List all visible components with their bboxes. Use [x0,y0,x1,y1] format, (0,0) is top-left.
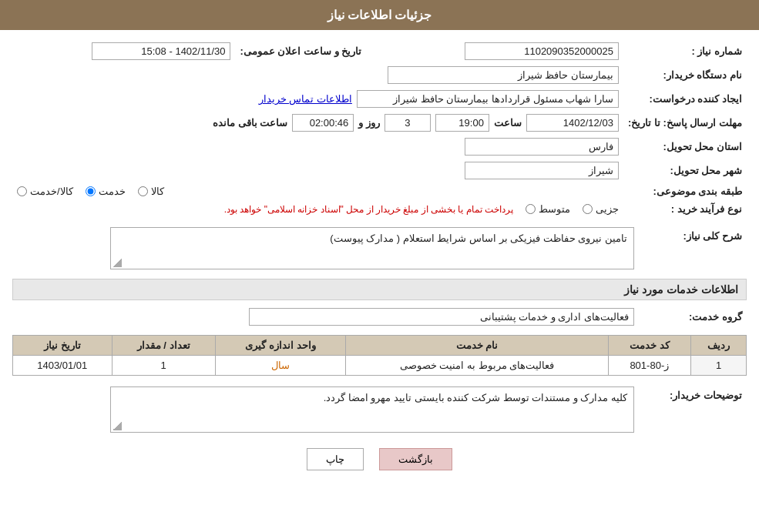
buyer-desc-resize-handle[interactable] [113,421,122,430]
buyer-name-value-cell: بیمارستان حافظ شیراز [12,63,623,87]
response-date-value: 1402/12/03 [526,114,619,132]
delivery-province-value-cell: فارس [12,135,623,159]
announce-date-value-cell: 1402/11/30 - 15:08 [12,39,235,63]
page-title: جزئیات اطلاعات نیاز [327,8,432,22]
buyer-desc-box: کلیه مدارک و مستندات توسط شرکت کننده بای… [110,386,634,433]
need-description-box: تامین نیروی حفاظت فیزیکی بر اساس شرایط ا… [110,227,634,269]
category-options-cell: کالا/خدمت خدمت کالا [12,182,623,200]
services-table: ردیف کد خدمت نام خدمت واحد اندازه گیری ت… [12,335,747,376]
category-khedmat-label: خدمت [99,186,126,197]
creator-value-cell: سارا شهاب مسئول قراردادها بیمارستان حافظ… [12,87,623,111]
page-wrapper: جزئیات اطلاعات نیاز شماره نیاز : 1102090… [0,0,759,532]
category-kala-khedmat-label: کالا/خدمت [30,186,73,197]
procurement-jozi-label: جزیی [596,203,619,215]
service-group-value-cell: فعالیت‌های اداری و خدمات پشتیبانی [12,305,639,329]
col-unit: واحد اندازه گیری [215,336,345,356]
buyer-desc-table: توضیحات خریدار: کلیه مدارک و مستندات توس… [12,383,747,436]
table-cell: 1 [691,356,747,376]
remaining-time-value: 02:00:46 [292,114,354,132]
response-deadline-value-cell: 1402/12/03 ساعت 19:00 3 روز و 02:00:46 س… [12,111,623,135]
delivery-city-value: شیراز [465,162,619,179]
procurement-type-label: نوع فرآیند خرید : [623,200,747,218]
procurement-jozi[interactable]: جزیی [583,203,619,215]
procurement-type-cell: پرداخت تمام یا بخشی از مبلغ خریدار از مح… [12,200,623,218]
table-cell: 1 [112,356,215,376]
table-cell: ز-80-801 [608,356,690,376]
col-service-code: کد خدمت [608,336,690,356]
buyer-name-label: نام دستگاه خریدار: [623,63,747,87]
table-cell: سال [215,356,345,376]
category-kala[interactable]: کالا [138,186,164,197]
col-service-name: نام خدمت [346,336,608,356]
remaining-days-value: 3 [385,114,431,132]
procurement-motevaset-label: متوسط [539,203,570,215]
category-kala-khedmat-radio[interactable] [17,186,27,196]
need-description-table: شرح کلی نیاز: تامین نیروی حفاظت فیزیکی ب… [12,224,747,273]
back-button[interactable]: بازگشت [379,448,452,470]
category-label: طبقه بندی موضوعی: [623,182,747,200]
main-content: شماره نیاز : 1102090352000025 تاریخ و سا… [0,30,759,492]
info-table-top: شماره نیاز : 1102090352000025 تاریخ و سا… [12,39,747,218]
need-number-value-cell: 1102090352000025 [377,39,623,63]
need-description-label: شرح کلی نیاز: [639,224,747,273]
category-kala-khedmat[interactable]: کالا/خدمت [17,186,73,197]
service-group-label: گروه خدمت: [639,305,747,329]
response-time-value: 19:00 [435,114,489,132]
need-number-label: شماره نیاز : [623,39,747,63]
announce-date-value: 1402/11/30 - 15:08 [92,42,230,60]
category-kala-radio[interactable] [138,186,148,196]
remaining-days-label: روز و [358,117,380,129]
procurement-motevaset[interactable]: متوسط [526,203,570,215]
creator-link[interactable]: اطلاعات تماس خریدار [259,93,352,105]
procurement-jozi-radio[interactable] [583,204,593,214]
service-group-table: گروه خدمت: فعالیت‌های اداری و خدمات پشتی… [12,305,747,329]
delivery-city-label: شهر محل تحویل: [623,159,747,182]
resize-handle[interactable] [113,258,122,267]
table-cell: فعالیت‌های مربوط به امنیت خصوصی [346,356,608,376]
procurement-motevaset-radio[interactable] [526,204,536,214]
delivery-city-value-cell: شیراز [12,159,623,182]
buyer-desc-label: توضیحات خریدار: [639,383,747,436]
bottom-buttons: بازگشت چاپ [12,448,747,483]
procurement-note: پرداخت تمام یا بخشی از مبلغ خریدار از مح… [17,204,513,215]
buyer-desc-value: کلیه مدارک و مستندات توسط شرکت کننده بای… [324,392,627,403]
remaining-time-label: ساعت باقی مانده [213,117,287,129]
page-header: جزئیات اطلاعات نیاز [0,0,759,30]
creator-label: ایجاد کننده درخواست: [623,87,747,111]
response-time-label: ساعت [494,117,522,129]
need-description-value-cell: تامین نیروی حفاظت فیزیکی بر اساس شرایط ا… [12,224,639,273]
need-number-value: 1102090352000025 [465,42,619,60]
service-group-value: فعالیت‌های اداری و خدمات پشتیبانی [249,308,634,326]
delivery-province-value: فارس [465,138,619,156]
category-kala-label: کالا [151,186,164,197]
services-section-header: اطلاعات خدمات مورد نیاز [12,279,747,300]
col-need-date: تاریخ نیاز [13,336,113,356]
response-deadline-label: مهلت ارسال پاسخ: تا تاریخ: [623,111,747,135]
announce-date-label: تاریخ و ساعت اعلان عمومی: [235,39,377,63]
category-khedmat-radio[interactable] [86,186,96,196]
delivery-province-label: استان محل تحویل: [623,135,747,159]
col-quantity: تعداد / مقدار [112,336,215,356]
buyer-name-value: بیمارستان حافظ شیراز [388,66,619,84]
table-row: 1ز-80-801فعالیت‌های مربوط به امنیت خصوصی… [13,356,747,376]
category-khedmat[interactable]: خدمت [86,186,126,197]
need-description-value: تامین نیروی حفاظت فیزیکی بر اساس شرایط ا… [330,233,627,244]
table-cell: 1403/01/01 [13,356,113,376]
col-row-num: ردیف [691,336,747,356]
creator-value: سارا شهاب مسئول قراردادها بیمارستان حافظ… [357,90,619,108]
buyer-desc-value-cell: کلیه مدارک و مستندات توسط شرکت کننده بای… [12,383,639,436]
print-button[interactable]: چاپ [307,448,364,470]
